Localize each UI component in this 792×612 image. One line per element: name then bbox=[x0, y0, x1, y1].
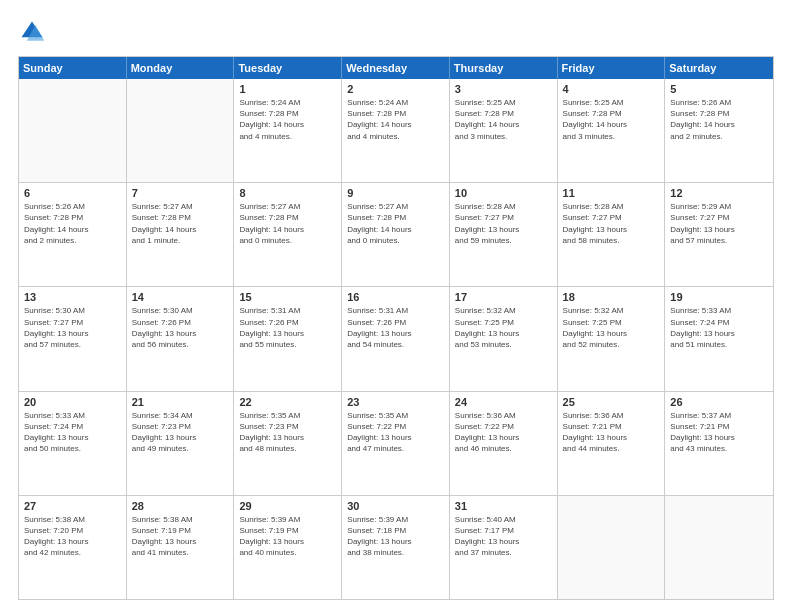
cell-details: Sunrise: 5:26 AMSunset: 7:28 PMDaylight:… bbox=[24, 201, 121, 246]
calendar-header: SundayMondayTuesdayWednesdayThursdayFrid… bbox=[19, 57, 773, 79]
calendar-cell: 18Sunrise: 5:32 AMSunset: 7:25 PMDayligh… bbox=[558, 287, 666, 390]
header-day-thursday: Thursday bbox=[450, 57, 558, 79]
day-number: 24 bbox=[455, 396, 552, 408]
calendar-cell bbox=[19, 79, 127, 182]
cell-details: Sunrise: 5:29 AMSunset: 7:27 PMDaylight:… bbox=[670, 201, 768, 246]
cell-details: Sunrise: 5:26 AMSunset: 7:28 PMDaylight:… bbox=[670, 97, 768, 142]
calendar-cell: 24Sunrise: 5:36 AMSunset: 7:22 PMDayligh… bbox=[450, 392, 558, 495]
calendar-cell: 8Sunrise: 5:27 AMSunset: 7:28 PMDaylight… bbox=[234, 183, 342, 286]
cell-details: Sunrise: 5:27 AMSunset: 7:28 PMDaylight:… bbox=[132, 201, 229, 246]
header-day-monday: Monday bbox=[127, 57, 235, 79]
day-number: 27 bbox=[24, 500, 121, 512]
calendar-cell: 29Sunrise: 5:39 AMSunset: 7:19 PMDayligh… bbox=[234, 496, 342, 599]
cell-details: Sunrise: 5:36 AMSunset: 7:21 PMDaylight:… bbox=[563, 410, 660, 455]
calendar-cell: 16Sunrise: 5:31 AMSunset: 7:26 PMDayligh… bbox=[342, 287, 450, 390]
day-number: 14 bbox=[132, 291, 229, 303]
cell-details: Sunrise: 5:36 AMSunset: 7:22 PMDaylight:… bbox=[455, 410, 552, 455]
cell-details: Sunrise: 5:31 AMSunset: 7:26 PMDaylight:… bbox=[239, 305, 336, 350]
calendar-row-3: 20Sunrise: 5:33 AMSunset: 7:24 PMDayligh… bbox=[19, 392, 773, 496]
cell-details: Sunrise: 5:32 AMSunset: 7:25 PMDaylight:… bbox=[455, 305, 552, 350]
day-number: 10 bbox=[455, 187, 552, 199]
cell-details: Sunrise: 5:37 AMSunset: 7:21 PMDaylight:… bbox=[670, 410, 768, 455]
day-number: 16 bbox=[347, 291, 444, 303]
day-number: 2 bbox=[347, 83, 444, 95]
day-number: 7 bbox=[132, 187, 229, 199]
calendar-cell: 12Sunrise: 5:29 AMSunset: 7:27 PMDayligh… bbox=[665, 183, 773, 286]
day-number: 31 bbox=[455, 500, 552, 512]
calendar-cell: 6Sunrise: 5:26 AMSunset: 7:28 PMDaylight… bbox=[19, 183, 127, 286]
calendar-cell: 26Sunrise: 5:37 AMSunset: 7:21 PMDayligh… bbox=[665, 392, 773, 495]
calendar-cell: 11Sunrise: 5:28 AMSunset: 7:27 PMDayligh… bbox=[558, 183, 666, 286]
calendar-cell: 31Sunrise: 5:40 AMSunset: 7:17 PMDayligh… bbox=[450, 496, 558, 599]
calendar-cell: 7Sunrise: 5:27 AMSunset: 7:28 PMDaylight… bbox=[127, 183, 235, 286]
calendar-cell: 20Sunrise: 5:33 AMSunset: 7:24 PMDayligh… bbox=[19, 392, 127, 495]
calendar-cell bbox=[665, 496, 773, 599]
logo-icon bbox=[18, 18, 46, 46]
header-day-saturday: Saturday bbox=[665, 57, 773, 79]
cell-details: Sunrise: 5:27 AMSunset: 7:28 PMDaylight:… bbox=[347, 201, 444, 246]
calendar-cell: 17Sunrise: 5:32 AMSunset: 7:25 PMDayligh… bbox=[450, 287, 558, 390]
calendar-cell: 1Sunrise: 5:24 AMSunset: 7:28 PMDaylight… bbox=[234, 79, 342, 182]
day-number: 17 bbox=[455, 291, 552, 303]
day-number: 13 bbox=[24, 291, 121, 303]
day-number: 8 bbox=[239, 187, 336, 199]
cell-details: Sunrise: 5:38 AMSunset: 7:20 PMDaylight:… bbox=[24, 514, 121, 559]
calendar-row-4: 27Sunrise: 5:38 AMSunset: 7:20 PMDayligh… bbox=[19, 496, 773, 599]
calendar-cell: 9Sunrise: 5:27 AMSunset: 7:28 PMDaylight… bbox=[342, 183, 450, 286]
cell-details: Sunrise: 5:33 AMSunset: 7:24 PMDaylight:… bbox=[670, 305, 768, 350]
calendar-cell: 10Sunrise: 5:28 AMSunset: 7:27 PMDayligh… bbox=[450, 183, 558, 286]
day-number: 15 bbox=[239, 291, 336, 303]
cell-details: Sunrise: 5:32 AMSunset: 7:25 PMDaylight:… bbox=[563, 305, 660, 350]
day-number: 23 bbox=[347, 396, 444, 408]
header-day-tuesday: Tuesday bbox=[234, 57, 342, 79]
calendar-cell bbox=[127, 79, 235, 182]
calendar-cell: 14Sunrise: 5:30 AMSunset: 7:26 PMDayligh… bbox=[127, 287, 235, 390]
day-number: 5 bbox=[670, 83, 768, 95]
day-number: 4 bbox=[563, 83, 660, 95]
page: SundayMondayTuesdayWednesdayThursdayFrid… bbox=[0, 0, 792, 612]
logo bbox=[18, 18, 50, 46]
calendar-cell: 25Sunrise: 5:36 AMSunset: 7:21 PMDayligh… bbox=[558, 392, 666, 495]
header bbox=[18, 18, 774, 46]
calendar-cell: 30Sunrise: 5:39 AMSunset: 7:18 PMDayligh… bbox=[342, 496, 450, 599]
cell-details: Sunrise: 5:35 AMSunset: 7:23 PMDaylight:… bbox=[239, 410, 336, 455]
cell-details: Sunrise: 5:25 AMSunset: 7:28 PMDaylight:… bbox=[455, 97, 552, 142]
day-number: 11 bbox=[563, 187, 660, 199]
day-number: 29 bbox=[239, 500, 336, 512]
header-day-friday: Friday bbox=[558, 57, 666, 79]
day-number: 28 bbox=[132, 500, 229, 512]
day-number: 18 bbox=[563, 291, 660, 303]
day-number: 19 bbox=[670, 291, 768, 303]
day-number: 3 bbox=[455, 83, 552, 95]
day-number: 30 bbox=[347, 500, 444, 512]
calendar-row-0: 1Sunrise: 5:24 AMSunset: 7:28 PMDaylight… bbox=[19, 79, 773, 183]
cell-details: Sunrise: 5:28 AMSunset: 7:27 PMDaylight:… bbox=[563, 201, 660, 246]
day-number: 6 bbox=[24, 187, 121, 199]
cell-details: Sunrise: 5:24 AMSunset: 7:28 PMDaylight:… bbox=[347, 97, 444, 142]
calendar-cell: 22Sunrise: 5:35 AMSunset: 7:23 PMDayligh… bbox=[234, 392, 342, 495]
header-day-sunday: Sunday bbox=[19, 57, 127, 79]
cell-details: Sunrise: 5:25 AMSunset: 7:28 PMDaylight:… bbox=[563, 97, 660, 142]
calendar-cell bbox=[558, 496, 666, 599]
calendar-cell: 13Sunrise: 5:30 AMSunset: 7:27 PMDayligh… bbox=[19, 287, 127, 390]
cell-details: Sunrise: 5:39 AMSunset: 7:18 PMDaylight:… bbox=[347, 514, 444, 559]
day-number: 26 bbox=[670, 396, 768, 408]
cell-details: Sunrise: 5:31 AMSunset: 7:26 PMDaylight:… bbox=[347, 305, 444, 350]
cell-details: Sunrise: 5:30 AMSunset: 7:27 PMDaylight:… bbox=[24, 305, 121, 350]
cell-details: Sunrise: 5:35 AMSunset: 7:22 PMDaylight:… bbox=[347, 410, 444, 455]
cell-details: Sunrise: 5:33 AMSunset: 7:24 PMDaylight:… bbox=[24, 410, 121, 455]
cell-details: Sunrise: 5:39 AMSunset: 7:19 PMDaylight:… bbox=[239, 514, 336, 559]
calendar-cell: 21Sunrise: 5:34 AMSunset: 7:23 PMDayligh… bbox=[127, 392, 235, 495]
calendar-cell: 28Sunrise: 5:38 AMSunset: 7:19 PMDayligh… bbox=[127, 496, 235, 599]
calendar-row-1: 6Sunrise: 5:26 AMSunset: 7:28 PMDaylight… bbox=[19, 183, 773, 287]
day-number: 22 bbox=[239, 396, 336, 408]
header-day-wednesday: Wednesday bbox=[342, 57, 450, 79]
calendar-cell: 4Sunrise: 5:25 AMSunset: 7:28 PMDaylight… bbox=[558, 79, 666, 182]
day-number: 20 bbox=[24, 396, 121, 408]
day-number: 12 bbox=[670, 187, 768, 199]
calendar-body: 1Sunrise: 5:24 AMSunset: 7:28 PMDaylight… bbox=[19, 79, 773, 599]
day-number: 21 bbox=[132, 396, 229, 408]
cell-details: Sunrise: 5:38 AMSunset: 7:19 PMDaylight:… bbox=[132, 514, 229, 559]
day-number: 9 bbox=[347, 187, 444, 199]
calendar-cell: 15Sunrise: 5:31 AMSunset: 7:26 PMDayligh… bbox=[234, 287, 342, 390]
